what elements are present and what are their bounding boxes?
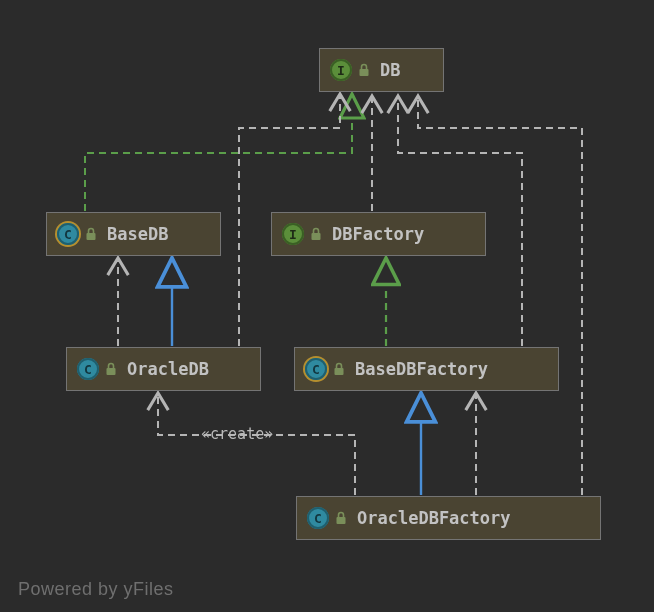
edge-label-create: «create» (201, 425, 273, 443)
node-db[interactable]: I DB (319, 48, 444, 92)
node-label: OracleDBFactory (357, 508, 511, 528)
abstract-class-badge-icon: C (305, 358, 327, 380)
lock-icon (333, 362, 345, 376)
node-oracledbfactory[interactable]: C OracleDBFactory (296, 496, 601, 540)
interface-badge-icon: I (330, 59, 352, 81)
class-badge-icon: C (77, 358, 99, 380)
edge-oracledbfactory-oracledb (158, 393, 355, 495)
edge-basedb-db (85, 94, 352, 211)
node-label: BaseDB (107, 224, 168, 244)
lock-icon (358, 63, 370, 77)
node-oracledb[interactable]: C OracleDB (66, 347, 261, 391)
interface-badge-icon: I (282, 223, 304, 245)
node-label: OracleDB (127, 359, 209, 379)
node-basedb[interactable]: C BaseDB (46, 212, 221, 256)
lock-icon (310, 227, 322, 241)
lock-icon (105, 362, 117, 376)
watermark-text: Powered by yFiles (18, 579, 174, 600)
edge-oracledbfactory-db (418, 96, 582, 495)
node-basedbfactory[interactable]: C BaseDBFactory (294, 347, 559, 391)
node-label: DB (380, 60, 400, 80)
abstract-class-badge-icon: C (57, 223, 79, 245)
class-badge-icon: C (307, 507, 329, 529)
lock-icon (85, 227, 97, 241)
node-label: BaseDBFactory (355, 359, 488, 379)
node-label: DBFactory (332, 224, 424, 244)
node-dbfactory[interactable]: I DBFactory (271, 212, 486, 256)
lock-icon (335, 511, 347, 525)
